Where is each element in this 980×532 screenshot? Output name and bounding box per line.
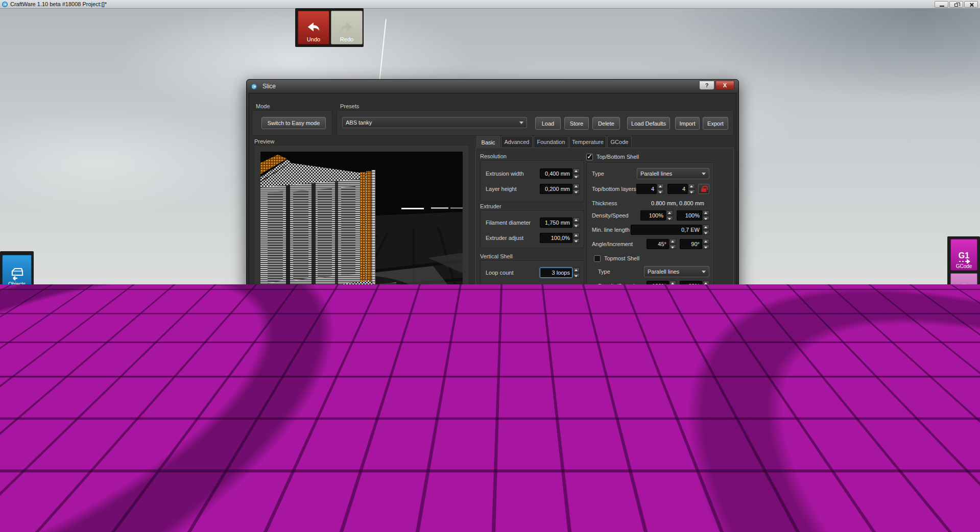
preset-import-button[interactable]: Import: [675, 117, 700, 130]
infill-increment-field[interactable]: 0°: [680, 362, 702, 373]
loop-count-spinner[interactable]: [573, 268, 580, 278]
tb-layers-top-spinner[interactable]: [657, 184, 664, 194]
infill-speed-field[interactable]: 150%: [677, 334, 702, 344]
options-label: Options: [955, 394, 972, 399]
infill-density-field[interactable]: 25%: [640, 334, 666, 344]
close-button[interactable]: [964, 1, 978, 8]
topmost-density-field[interactable]: 100%: [647, 281, 669, 291]
loop-count-field[interactable]: 3 loops: [540, 268, 572, 278]
perimeter-width-spinner[interactable]: [573, 309, 580, 320]
infill-thickness-field[interactable]: 1 lines: [631, 348, 702, 358]
redo-button[interactable]: Redo: [331, 11, 363, 44]
scale-by-spinner[interactable]: [635, 487, 641, 497]
tb-density-field[interactable]: 100%: [640, 210, 666, 221]
tb-angle-spinner[interactable]: [670, 239, 676, 249]
extruder-adjust-field[interactable]: 100,0%: [540, 233, 572, 243]
perimeter-speed-spinner[interactable]: [573, 324, 580, 334]
undo-button[interactable]: Undo: [298, 11, 329, 44]
tab-advanced[interactable]: Advanced: [501, 136, 533, 148]
shell-offset-spinner[interactable]: [573, 295, 580, 305]
gcode-button[interactable]: G1 GCode: [950, 239, 977, 271]
switch-easy-mode-button[interactable]: Switch to Easy mode: [261, 117, 326, 129]
tb-density-spinner[interactable]: [666, 210, 673, 221]
slice-mode-button[interactable]: Slice...: [950, 273, 977, 305]
filament-diameter-spinner[interactable]: [573, 217, 580, 228]
base-thickness-field[interactable]: 1,0mm: [516, 487, 541, 497]
infill-angle-field[interactable]: 0°: [647, 362, 669, 373]
tab-gcode[interactable]: GCode: [607, 136, 632, 148]
tb-increment-spinner[interactable]: [703, 239, 709, 249]
inner-loop-width-spinner[interactable]: [573, 338, 580, 348]
fix-winding-checkbox[interactable]: [486, 382, 492, 389]
preset-load-defaults-button[interactable]: Load Defaults: [627, 117, 670, 130]
topmost-density-spinner[interactable]: [670, 281, 676, 291]
loop-count-row: Loop count 3 loops: [486, 267, 580, 278]
shell-offset-field[interactable]: 0,000 mm: [540, 295, 572, 305]
perimeter-width-field[interactable]: 100%: [540, 309, 572, 320]
tb-layers-lock-button[interactable]: [698, 184, 709, 194]
slice-dialog-titlebar[interactable]: C Slice: [247, 80, 738, 93]
base-thickness-spinner[interactable]: [542, 487, 549, 497]
window-titlebar[interactable]: C CraftWare 1.10 beta #18008 Project:[]*: [0, 0, 980, 9]
tb-layers-bottom-field[interactable]: 4: [667, 184, 688, 194]
tb-angle-row: Angle/Increment 45° 90°: [592, 238, 709, 250]
topmost-speed-field[interactable]: 60%: [680, 281, 702, 291]
filament-diameter-field[interactable]: 1,750 mm: [540, 217, 572, 228]
tb-speed-field[interactable]: 100%: [677, 210, 702, 221]
infill-density-spinner[interactable]: [666, 334, 673, 344]
tab-basic[interactable]: Basic: [476, 136, 500, 148]
clear-all-supports-button[interactable]: Clear all the suppotrs: [578, 516, 641, 526]
preset-load-button[interactable]: Load: [535, 117, 561, 130]
layer-height-spinner[interactable]: [573, 184, 580, 194]
topmost-type-dropdown[interactable]: Paralell lines: [644, 266, 709, 277]
extrusion-width-spinner[interactable]: [573, 168, 580, 179]
preset-dropdown[interactable]: ABS tanky: [342, 117, 527, 128]
tb-angle-field[interactable]: 45°: [647, 239, 669, 249]
infill-type-dropdown[interactable]: Triangle grid: [633, 318, 709, 329]
restore-button[interactable]: [949, 1, 963, 8]
tb-layers-top-field[interactable]: 4: [636, 184, 657, 194]
infill-checkbox[interactable]: [586, 305, 593, 311]
preset-store-button[interactable]: Store: [564, 117, 589, 130]
infill-speed-spinner[interactable]: [703, 334, 709, 344]
slice-start-button[interactable]: Slice!: [690, 415, 727, 429]
tb-min-line-spinner[interactable]: [703, 225, 709, 235]
tb-type-dropdown[interactable]: Paralell lines: [637, 168, 709, 179]
loop-infill-overlap-field[interactable]: 0,1 EW: [540, 352, 572, 362]
top-bottom-shell-checkbox[interactable]: [586, 154, 593, 160]
auto-generate-support-button[interactable]: Auto-Generate Support: [578, 500, 641, 513]
preview-label: Preview: [254, 138, 274, 144]
path-smoothing-field[interactable]: 0,08: [540, 367, 572, 377]
topmost-shell-checkbox[interactable]: [594, 255, 601, 262]
tb-min-line-field[interactable]: 0,7 EW: [631, 225, 702, 235]
slice-preview-render[interactable]: [260, 152, 463, 304]
dialog-help-button[interactable]: ?: [699, 81, 714, 90]
scale-by-field[interactable]: 1: [601, 487, 634, 497]
infill-thickness-spinner[interactable]: [703, 348, 709, 358]
steepness-field[interactable]: 50°: [516, 501, 541, 512]
tb-layers-bottom-spinner[interactable]: [688, 184, 695, 194]
preset-export-button[interactable]: Export: [703, 117, 728, 130]
steepness-spinner[interactable]: [542, 501, 549, 512]
extrusion-width-field[interactable]: 0,400 mm: [540, 168, 572, 179]
inner-loop-width-field[interactable]: 100%: [540, 338, 572, 348]
objects-button[interactable]: Objects: [2, 255, 32, 288]
tb-increment-field[interactable]: 90°: [680, 239, 702, 249]
dialog-close-button[interactable]: X: [715, 81, 734, 90]
loop-infill-overlap-spinner[interactable]: [573, 352, 580, 362]
tab-temperature[interactable]: Temperature: [569, 136, 606, 148]
minimize-button[interactable]: [935, 1, 948, 8]
preset-delete-button[interactable]: Delete: [592, 117, 620, 130]
infill-angle-row: Angle/Increment 0° 0°: [592, 362, 709, 373]
options-button[interactable]: Options: [950, 369, 977, 401]
tb-speed-spinner[interactable]: [703, 210, 709, 221]
layer-height-field[interactable]: 0,200 mm: [540, 184, 572, 194]
perimeter-speed-field[interactable]: 50%: [540, 324, 572, 334]
path-smoothing-spinner[interactable]: [573, 367, 580, 377]
infill-angle-spinner[interactable]: [670, 362, 676, 373]
resolution-group: Extrusion width 0,400 mm Layer height 0,…: [480, 160, 584, 202]
infill-increment-spinner[interactable]: [703, 362, 709, 373]
extruder-adjust-spinner[interactable]: [573, 233, 580, 243]
tab-foundation[interactable]: Foundation: [534, 136, 568, 148]
topmost-speed-spinner[interactable]: [703, 281, 709, 291]
